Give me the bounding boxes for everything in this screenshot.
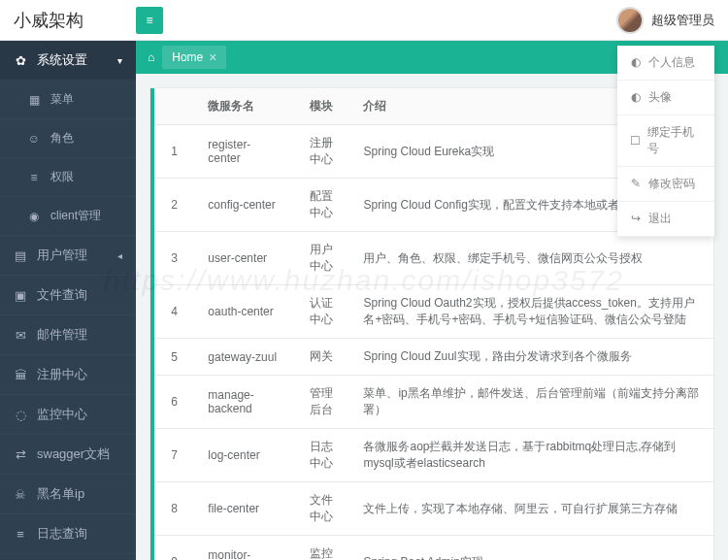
user-menu-item[interactable]: ◐头像 [617,81,714,115]
item-icon: ▤ [14,248,27,263]
item-icon: ▦ [27,93,41,107]
menu-icon: ↪ [629,212,643,225]
sidebar-item[interactable]: ≡短信历史查询 [0,554,136,560]
table-header: 微服务名 [194,88,295,125]
menu-icon: ☐ [629,134,642,148]
table-header [154,88,194,125]
sidebar-item-system[interactable]: ✿ 系统设置 ▾ [0,41,136,81]
sidebar-sub-item[interactable]: ▦菜单 [0,81,136,119]
table-row: 7log-center日志中心各微服务aop拦截并发送日志，基于rabbitmq… [154,429,713,482]
item-icon: ☺ [27,132,41,146]
user-menu-item[interactable]: ☐绑定手机号 [617,115,714,167]
table-row: 4oauth-center认证中心Spring Cloud Oauth2实现，授… [154,285,713,339]
chevron-down-icon: ▾ [117,55,122,66]
sidebar-item[interactable]: ☠黑名单ip [0,475,136,514]
gear-icon: ✿ [14,53,27,68]
table-row: 5gateway-zuul网关Spring Cloud Zuul实现，路由分发请… [154,339,713,376]
item-icon: ≡ [14,527,27,542]
item-icon: ≡ [27,171,41,184]
sidebar-item[interactable]: ▤用户管理◂ [0,236,136,276]
sidebar-sub-item[interactable]: ≡权限 [0,158,136,197]
sidebar-sub-item[interactable]: ☺角色 [0,119,136,158]
header: 小威架构 ≡ 超级管理员 ◐个人信息◐头像☐绑定手机号✎修改密码↪退出 [0,0,728,41]
item-icon: ✉ [14,328,27,343]
sidebar-item[interactable]: ▣文件查询 [0,276,136,315]
menu-icon: ◐ [629,90,643,104]
user-avatar[interactable] [616,7,644,34]
user-menu-item[interactable]: ↪退出 [617,202,714,237]
sidebar-sub-item[interactable]: ◉client管理 [0,197,136,236]
table-row: 3user-center用户中心用户、角色、权限、绑定手机号、微信网页公众号授权 [154,232,713,285]
hamburger-icon: ≡ [146,14,152,27]
item-icon: ☠ [14,487,27,502]
sidebar-item[interactable]: ≡日志查询 [0,514,136,554]
table-row: 9monitor-center监控中心Spring Boot Admin实现 [154,536,713,561]
item-icon: ◉ [27,210,41,223]
sidebar: ✿ 系统设置 ▾ ▦菜单☺角色≡权限◉client管理 ▤用户管理◂▣文件查询✉… [0,41,136,560]
menu-icon: ◐ [629,55,643,69]
sidebar-item[interactable]: 🏛注册中心 [0,355,136,395]
app-logo: 小威架构 [14,9,136,32]
chevron-left-icon: ◂ [117,250,122,261]
user-dropdown: ◐个人信息◐头像☐绑定手机号✎修改密码↪退出 [617,46,714,237]
tab-home[interactable]: Home × [162,46,226,69]
table-row: 8file-center文件中心文件上传，实现了本地存储、阿里云，可自行扩展第三… [154,482,713,536]
item-icon: 🏛 [14,368,27,382]
close-icon[interactable]: × [209,49,216,65]
table-header: 模块 [296,88,350,125]
item-icon: ▣ [14,288,27,303]
table-row: 6manage-backend管理后台菜单、ip黑名单维护，邮件发送、后台管理前… [154,376,713,429]
menu-icon: ✎ [629,177,643,190]
user-menu-item[interactable]: ◐个人信息 [617,46,714,81]
sidebar-item[interactable]: ⇄swagger文档 [0,435,136,475]
header-user[interactable]: 超级管理员 ◐个人信息◐头像☐绑定手机号✎修改密码↪退出 [616,7,714,34]
sidebar-item[interactable]: ✉邮件管理 [0,315,136,355]
sidebar-item[interactable]: ◌监控中心 [0,395,136,435]
home-icon[interactable]: ⌂ [148,50,154,64]
username-label: 超级管理员 [651,12,714,29]
item-icon: ⇄ [14,447,27,462]
user-menu-item[interactable]: ✎修改密码 [617,167,714,202]
toggle-sidebar-button[interactable]: ≡ [136,7,163,34]
item-icon: ◌ [14,408,27,422]
